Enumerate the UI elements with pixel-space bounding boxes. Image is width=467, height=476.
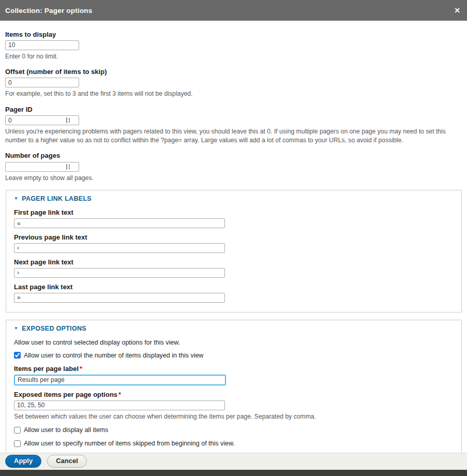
modal-footer-area: Apply Cancel (0, 453, 467, 476)
last-page-link-input[interactable] (14, 293, 225, 303)
items-per-page-label-input[interactable] (14, 375, 226, 385)
pager-link-labels-legend[interactable]: ▼ PAGER LINK LABELS (14, 195, 454, 202)
field-items-per-page-label: Items per page label* (14, 365, 454, 385)
modal-body: Items to display Enter 0 for no limit. O… (0, 21, 467, 476)
page-background-strip (0, 470, 467, 476)
display-all-checkbox-label: Allow user to display all items (24, 426, 108, 434)
field-exposed-items-options: Exposed items per page options* Set betw… (14, 391, 454, 421)
chevron-down-icon: ▼ (14, 326, 18, 331)
checkbox-row-specify-skipped[interactable]: Allow user to specify number of items sk… (14, 440, 454, 447)
field-last-page-link: Last page link text (14, 284, 454, 303)
number-of-pages-description: Leave empty to show all pages. (5, 174, 460, 182)
checkbox-row-display-all[interactable]: Allow user to display all items (14, 426, 454, 434)
cancel-button[interactable]: Cancel (47, 455, 87, 468)
number-spinner-icon[interactable] (66, 164, 70, 170)
number-of-pages-label: Number of pages (5, 152, 462, 160)
control-items-checkbox[interactable] (14, 352, 21, 359)
exposed-options-legend[interactable]: ▼ EXPOSED OPTIONS (14, 325, 454, 332)
items-per-page-label-label: Items per page label* (14, 365, 454, 373)
field-previous-page-link: Previous page link text (14, 234, 454, 253)
chevron-down-icon: ▼ (14, 197, 18, 201)
exposed-items-options-input[interactable] (14, 400, 225, 410)
pager-link-labels-legend-text: PAGER LINK LABELS (22, 195, 92, 202)
modal-footer: Apply Cancel (0, 453, 467, 470)
next-page-link-label: Next page link text (14, 259, 454, 266)
required-marker: * (80, 365, 82, 373)
offset-input[interactable] (5, 78, 79, 87)
control-items-checkbox-label: Allow user to control the number of item… (24, 352, 203, 359)
modal-header: Collection: Pager options ✕ (0, 0, 467, 21)
close-icon[interactable]: ✕ (454, 7, 460, 14)
number-spinner-icon[interactable] (66, 117, 70, 123)
specify-skipped-checkbox-label: Allow user to specify number of items sk… (24, 440, 235, 447)
checkbox-row-control-items[interactable]: Allow user to control the number of item… (14, 352, 454, 359)
last-page-link-label: Last page link text (14, 284, 454, 291)
field-pager-id: Pager ID Unless you're experiencing prob… (5, 106, 462, 144)
field-number-of-pages: Number of pages Leave empty to show all … (5, 152, 462, 182)
offset-label: Offset (number of items to skip) (5, 68, 462, 76)
fieldset-pager-link-labels: ▼ PAGER LINK LABELS First page link text… (6, 190, 462, 313)
next-page-link-input[interactable] (14, 268, 225, 278)
pager-id-description: Unless you're experiencing problems with… (5, 127, 460, 144)
previous-page-link-label: Previous page link text (14, 234, 454, 242)
exposed-items-options-description: Set between which values the user can ch… (14, 412, 454, 421)
items-to-display-description: Enter 0 for no limit. (5, 52, 460, 61)
field-first-page-link: First page link text (14, 209, 454, 228)
first-page-link-input[interactable] (14, 218, 225, 228)
pager-id-label: Pager ID (5, 106, 462, 114)
offset-description: For example, set this to 3 and the first… (5, 90, 460, 98)
fieldset-exposed-options: ▼ EXPOSED OPTIONS Allow user to control … (6, 320, 462, 457)
first-page-link-label: First page link text (14, 209, 454, 217)
field-offset: Offset (number of items to skip) For exa… (5, 68, 462, 98)
field-items-to-display: Items to display Enter 0 for no limit. (5, 31, 462, 61)
specify-skipped-checkbox[interactable] (14, 440, 21, 447)
previous-page-link-input[interactable] (14, 243, 225, 253)
exposed-options-legend-text: EXPOSED OPTIONS (22, 325, 86, 332)
display-all-checkbox[interactable] (14, 427, 21, 434)
exposed-options-intro: Allow user to control selected display o… (14, 339, 454, 346)
modal-title: Collection: Pager options (5, 7, 93, 14)
items-to-display-input[interactable] (5, 40, 79, 50)
items-to-display-label: Items to display (5, 31, 462, 39)
apply-button[interactable]: Apply (5, 455, 41, 468)
required-marker: * (118, 391, 121, 398)
field-next-page-link: Next page link text (14, 259, 454, 278)
exposed-items-options-label: Exposed items per page options* (14, 391, 454, 399)
